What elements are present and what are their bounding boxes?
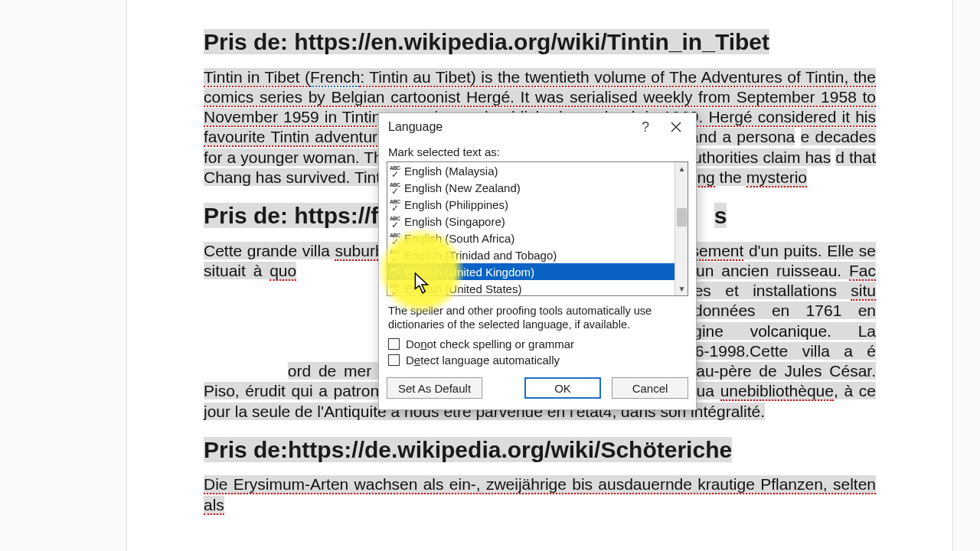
dialog-titlebar[interactable]: Language ? — [379, 113, 696, 141]
spellcheck-available-icon: ABC✓ — [389, 197, 403, 211]
language-option-label: English (New Zealand) — [404, 181, 521, 194]
set-default-button[interactable]: Set As Default — [387, 377, 482, 399]
listbox-scrollbar[interactable]: ▲ ▼ — [675, 162, 688, 295]
cancel-button[interactable]: Cancel — [612, 377, 688, 399]
detect-language-checkbox[interactable]: Detect language automatically — [388, 354, 687, 367]
scroll-down-icon[interactable]: ▼ — [675, 282, 688, 295]
paragraph-de: Die Erysimum-Arten wachsen als ein-, zwe… — [204, 474, 876, 515]
language-option-label: English (South Africa) — [404, 232, 514, 245]
help-button[interactable]: ? — [630, 116, 661, 139]
language-option-label: English (Trinidad and Tobago) — [404, 249, 557, 262]
dialog-title: Language — [388, 120, 630, 134]
language-option-label: English (United States) — [404, 282, 521, 295]
language-listbox[interactable]: ABC✓English (Malaysia)ABC✓English (New Z… — [387, 161, 688, 296]
spellcheck-available-icon: ABC✓ — [389, 214, 403, 228]
language-option[interactable]: ABC✓English (New Zealand) — [387, 179, 675, 196]
spellcheck-available-icon: ABC✓ — [389, 181, 403, 194]
checkbox-icon — [388, 338, 400, 350]
checkbox-icon — [388, 354, 400, 366]
spellcheck-available-icon: ABC✓ — [389, 265, 403, 279]
language-option-label: English (Malaysia) — [404, 165, 498, 178]
scroll-up-icon[interactable]: ▲ — [675, 162, 688, 175]
mark-selected-label: Mark selected text as: — [388, 145, 688, 158]
spellcheck-available-icon: ABC✓ — [389, 282, 403, 295]
language-option-label: English (Philippines) — [404, 198, 508, 211]
scroll-thumb[interactable] — [677, 208, 687, 227]
language-option-label: English (United Kingdom) — [404, 266, 534, 279]
language-option[interactable]: ABC✓English (Singapore) — [387, 213, 675, 230]
no-spellcheck-checkbox[interactable]: Do not check spelling or grammar — [388, 337, 687, 350]
language-option[interactable]: ABC✓English (United States) — [387, 280, 675, 295]
ok-button[interactable]: OK — [524, 377, 601, 399]
language-dialog: Language ? Mark selected text as: ABC✓En… — [378, 112, 697, 410]
proofing-info-text: The speller and other proofing tools aut… — [388, 304, 687, 331]
spellcheck-available-icon: ABC✓ — [389, 164, 403, 178]
language-option[interactable]: ABC✓English (Malaysia) — [387, 162, 675, 179]
spellcheck-available-icon: ABC✓ — [389, 248, 403, 262]
language-option-label: English (Singapore) — [404, 215, 505, 228]
language-option[interactable]: ABC✓English (South Africa) — [387, 230, 675, 246]
language-option[interactable]: ABC✓English (United Kingdom) — [387, 263, 675, 280]
heading-en: Pris de: https://en.wikipedia.org/wiki/T… — [204, 28, 876, 57]
spellcheck-available-icon: ABC✓ — [389, 231, 403, 245]
close-button[interactable] — [661, 116, 691, 139]
heading-de: Pris de:https://de.wikipedia.org/wiki/Sc… — [204, 435, 876, 465]
language-option[interactable]: ABC✓English (Trinidad and Tobago) — [387, 246, 675, 263]
language-option[interactable]: ABC✓English (Philippines) — [387, 196, 675, 213]
